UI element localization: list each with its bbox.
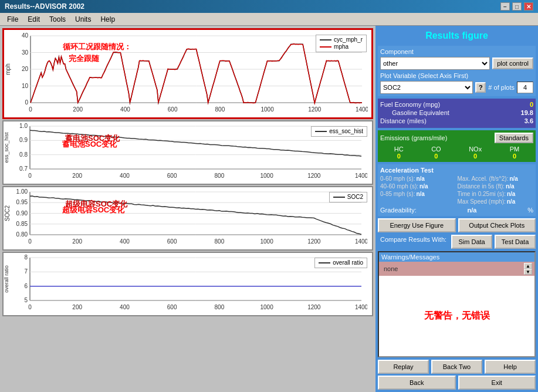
plot-control-button[interactable]: plot control <box>492 58 533 69</box>
mph-chart: 循环工况跟随情况： 完全跟随 cyc_mph_r mpha <box>2 28 373 119</box>
distance-value: 3.6 <box>525 117 533 124</box>
exit-button[interactable]: Exit <box>458 376 536 390</box>
maximize-button[interactable]: □ <box>512 2 522 11</box>
warnings-section: Warnings/Messages ▲ ▼ 无警告，无错误 <box>378 251 536 357</box>
menu-help[interactable]: Help <box>96 14 120 25</box>
soc-legend: ess_soc_hist <box>311 126 367 137</box>
component-section: Component other plot control Plot Variab… <box>378 46 536 96</box>
results-title: Results figure <box>378 28 536 43</box>
warnings-message: 无警告，无错误 <box>424 310 490 322</box>
gasoline-equiv-value: 19.8 <box>521 109 533 116</box>
back-two-button[interactable]: Back Two <box>431 360 482 374</box>
action-buttons-row1: Energy Use Figure Output Check Plots <box>378 218 536 232</box>
charts-panel: 循环工况跟随情况： 完全跟随 cyc_mph_r mpha 蓄电池SOC变化 <box>0 26 375 392</box>
component-select[interactable]: other <box>380 57 490 70</box>
test-data-button[interactable]: Test Data <box>495 235 536 249</box>
ratio-chart: overall ratio <box>2 252 373 316</box>
soc2-chart: 超级电容SOC变化 SOC2 <box>2 186 373 251</box>
plot-var-select[interactable]: SOC2 <box>380 81 473 94</box>
bottom-row-1: Replay Back Two Help <box>378 360 536 374</box>
scroll-up-button[interactable]: ▲ <box>524 263 532 269</box>
distance-label: Distance (miles) <box>380 117 427 124</box>
emission-hc: HC 0 <box>394 146 404 160</box>
gradeability-value: n/a <box>468 207 477 214</box>
close-button[interactable]: ✕ <box>524 2 533 11</box>
emission-nox: NOx 0 <box>469 146 482 160</box>
sim-data-button[interactable]: Sim Data <box>451 235 492 249</box>
ratio-legend: overall ratio <box>314 258 367 268</box>
bottom-buttons: Replay Back Two Help Back Exit <box>378 360 536 390</box>
window-title: Results--ADVISOR 2002 <box>5 2 84 11</box>
accel-grid: 0-60 mph (s):n/a Max. Accel. (ft/s^2):n/… <box>380 175 533 205</box>
right-panel: Results figure Component other plot cont… <box>375 26 538 392</box>
plot-var-label: Plot Variable (Select Axis First) <box>380 72 533 79</box>
compare-label: Compare Results With: <box>378 235 449 249</box>
legend-ess-soc: ess_soc_hist <box>329 128 363 134</box>
acceleration-section: Acceleration Test 0-60 mph (s):n/a Max. … <box>378 164 536 216</box>
menu-units[interactable]: Units <box>70 14 96 25</box>
title-bar: Results--ADVISOR 2002 − □ ✕ <box>0 0 538 13</box>
warnings-input[interactable] <box>381 264 523 273</box>
legend-mpha: mpha <box>334 43 348 50</box>
component-row: other plot control <box>380 57 533 70</box>
legend-soc2: SOC2 <box>347 194 363 200</box>
minimize-button[interactable]: − <box>500 2 510 11</box>
plot-var-row: SOC2 ? # of plots <box>380 81 533 94</box>
replay-button[interactable]: Replay <box>378 360 429 374</box>
soc-chart: 蓄电池SOC变化 ess_soc_hist <box>2 120 373 185</box>
emission-co: CO 0 <box>431 146 441 160</box>
menu-edit[interactable]: Edit <box>23 14 45 25</box>
compare-row: Compare Results With: Sim Data Test Data <box>378 235 536 249</box>
window-controls: − □ ✕ <box>500 2 533 11</box>
emissions-label: Emissions (grams/mile) <box>380 134 447 141</box>
fuel-economy-section: Fuel Economy (mpg) 0 Gasoline Equivalent… <box>378 99 536 128</box>
emission-pm: PM 0 <box>510 146 520 160</box>
soc2-legend: SOC2 <box>329 192 367 202</box>
back-button[interactable]: Back <box>378 376 456 390</box>
fuel-economy-label: Fuel Economy (mpg) <box>380 101 440 108</box>
main-content: 循环工况跟随情况： 完全跟随 cyc_mph_r mpha 蓄电池SOC变化 <box>0 26 538 392</box>
output-check-button[interactable]: Output Check Plots <box>458 218 536 232</box>
accel-title: Acceleration Test <box>380 167 533 174</box>
fuel-economy-value: 0 <box>530 101 533 108</box>
warnings-title: Warnings/Messages <box>379 252 534 262</box>
top-chart-legend: cyc_mph_r mpha <box>316 35 367 52</box>
component-label: Component <box>380 48 533 55</box>
num-plots-label: # of plots <box>488 84 515 91</box>
num-plots-input[interactable] <box>517 82 533 93</box>
help-button[interactable]: Help <box>485 360 536 374</box>
warnings-content: 无警告，无错误 <box>379 276 534 356</box>
legend-cyc-mph: cyc_mph_r <box>334 36 363 43</box>
bottom-row-2: Back Exit <box>378 376 536 390</box>
energy-use-button[interactable]: Energy Use Figure <box>378 218 456 232</box>
scroll-down-button[interactable]: ▼ <box>524 269 532 275</box>
emissions-section: Emissions (grams/mile) Standards HC 0 CO… <box>378 130 536 162</box>
emissions-values: HC 0 CO 0 NOx 0 PM 0 <box>380 146 533 160</box>
gasoline-equiv-label: Gasoline Equivalent <box>392 109 449 116</box>
standards-button[interactable]: Standards <box>495 133 533 143</box>
question-button[interactable]: ? <box>475 82 486 93</box>
gradeability-row: Gradeability: n/a % <box>380 207 533 214</box>
menu-tools[interactable]: Tools <box>45 14 70 25</box>
legend-ratio: overall ratio <box>333 259 363 266</box>
gradeability-unit: % <box>527 207 533 214</box>
menu-bar: File Edit Tools Units Help <box>0 13 538 26</box>
gradeability-label: Gradeability: <box>380 207 417 214</box>
menu-file[interactable]: File <box>2 14 23 25</box>
